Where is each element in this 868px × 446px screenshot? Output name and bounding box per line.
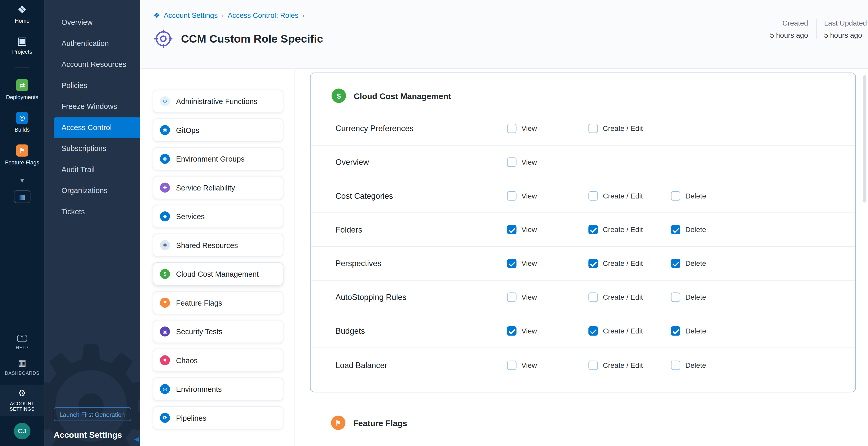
permission-folders-delete[interactable]: Delete	[671, 225, 706, 234]
sidebar-item-subscriptions[interactable]: Subscriptions	[44, 138, 140, 159]
sidebar-item-audit-trail[interactable]: Audit Trail	[44, 160, 140, 181]
checkbox-unchecked-icon[interactable]	[507, 191, 516, 200]
account-settings-gear-icon: ⚙	[18, 389, 26, 398]
shared-resources-icon: ✱	[160, 240, 170, 250]
permission-autostopping-rules-delete[interactable]: Delete	[671, 292, 706, 302]
permission-perspectives-create-edit[interactable]: Create / Edit	[588, 259, 643, 268]
permission-row-load-balancer: Load Balancer View Create / Edit Delete	[311, 348, 855, 382]
sidebar-item-organizations[interactable]: Organizations	[44, 181, 140, 201]
category-cloud-cost-management[interactable]: $ Cloud Cost Management	[153, 262, 283, 285]
checkbox-checked-icon[interactable]	[507, 225, 516, 234]
breadcrumb: ❖Account Settings›Access Control: Roles›	[153, 11, 305, 19]
module-picker-button[interactable]: ▦	[14, 190, 30, 203]
sidebar-item-freeze-windows[interactable]: Freeze Windows	[44, 96, 140, 117]
rail-item-dashboards[interactable]: ▦ DASHBOARDS	[0, 359, 44, 376]
scrollbar[interactable]	[863, 75, 866, 202]
permission-cost-categories-create-edit[interactable]: Create / Edit	[588, 191, 643, 200]
checkbox-checked-icon[interactable]	[507, 326, 516, 336]
sidebar-item-policies[interactable]: Policies	[44, 75, 140, 96]
checkbox-unchecked-icon[interactable]	[507, 157, 516, 167]
category-list: ⚙ Administrative Functions ◉ GitOps ⊚ En…	[153, 90, 294, 429]
category-gitops[interactable]: ◉ GitOps	[153, 119, 283, 142]
permission-currency-preferences-view[interactable]: View	[507, 124, 537, 133]
checkbox-unchecked-icon[interactable]	[588, 360, 598, 370]
rail-item-account-settings[interactable]: ⚙ ACCOUNT SETTINGS	[0, 384, 44, 416]
category-feature-flags[interactable]: ⚑ Feature Flags	[153, 291, 283, 314]
checkbox-checked-icon[interactable]	[671, 225, 680, 234]
admin-functions-icon: ⚙	[160, 96, 170, 106]
permission-budgets-create-edit[interactable]: Create / Edit	[588, 326, 643, 336]
permission-budgets-delete[interactable]: Delete	[671, 326, 706, 336]
launch-first-generation-button[interactable]: Launch First Generation	[54, 407, 131, 421]
permission-cost-categories-view[interactable]: View	[507, 191, 537, 200]
permission-load-balancer-create-edit[interactable]: Create / Edit	[588, 360, 643, 370]
rail-item-deployments[interactable]: ⇄ Deployments	[0, 79, 44, 101]
created-label: Created	[770, 19, 808, 27]
category-shared-resources[interactable]: ✱ Shared Resources	[153, 233, 283, 257]
checkbox-unchecked-icon[interactable]	[507, 360, 516, 370]
permission-folders-create-edit[interactable]: Create / Edit	[588, 225, 643, 234]
permission-overview-view[interactable]: View	[507, 157, 537, 167]
cloud-cost-management-section-icon: $	[332, 89, 346, 103]
permission-autostopping-rules-view[interactable]: View	[507, 292, 537, 302]
services-icon: ◆	[160, 212, 170, 221]
checkbox-unchecked-icon[interactable]	[671, 360, 680, 370]
checkbox-unchecked-icon[interactable]	[507, 292, 516, 302]
permission-load-balancer-delete[interactable]: Delete	[671, 360, 706, 370]
avatar[interactable]: CJ	[14, 423, 30, 439]
sidebar-item-access-control[interactable]: Access Control	[54, 118, 140, 138]
category-administrative-functions[interactable]: ⚙ Administrative Functions	[153, 90, 283, 113]
category-environment-groups[interactable]: ⊚ Environment Groups	[153, 147, 283, 170]
checkbox-checked-icon[interactable]	[588, 225, 598, 234]
gitops-icon: ◉	[160, 125, 170, 135]
permission-folders-view[interactable]: View	[507, 225, 537, 234]
permissions-area: $ Cloud Cost Management Currency Prefere…	[295, 69, 868, 446]
rail-item-projects[interactable]: ▣ Projects	[0, 35, 44, 55]
rail-item-home[interactable]: ❖ Home	[0, 4, 44, 24]
checkbox-unchecked-icon[interactable]	[671, 292, 680, 302]
checkbox-unchecked-icon[interactable]	[588, 191, 598, 200]
harness-logo-icon: ❖	[17, 4, 27, 15]
permission-row-autostopping-rules: AutoStopping Rules View Create / Edit De…	[311, 281, 855, 314]
harness-app: ❖ Home ▣ Projects ⇄ Deployments ◎ Builds…	[0, 0, 868, 446]
sidebar-item-account-resources[interactable]: Account Resources	[44, 54, 140, 75]
checkbox-checked-icon[interactable]	[588, 259, 598, 268]
permissions-card: $ Cloud Cost Management Currency Prefere…	[310, 72, 856, 392]
checkbox-unchecked-icon[interactable]	[588, 124, 598, 133]
category-services[interactable]: ◆ Services	[153, 205, 283, 228]
permission-budgets-view[interactable]: View	[507, 326, 537, 336]
collapse-sidebar-icon[interactable]: ◀	[134, 436, 139, 443]
breadcrumb-link-access-control-roles[interactable]: Access Control: Roles	[228, 11, 299, 19]
permissions-section-title: Cloud Cost Management	[354, 91, 451, 100]
permission-load-balancer-view[interactable]: View	[507, 360, 537, 370]
rail-item-builds[interactable]: ◎ Builds	[0, 112, 44, 133]
category-chaos[interactable]: ✖ Chaos	[153, 349, 283, 372]
chevron-down-icon[interactable]: ▾	[21, 177, 24, 184]
permission-cost-categories-delete[interactable]: Delete	[671, 191, 706, 200]
checkbox-checked-icon[interactable]	[507, 259, 516, 268]
category-service-reliability[interactable]: ✚ Service Reliability	[153, 176, 283, 199]
rail-item-feature-flags[interactable]: ⚑ Feature Flags	[0, 145, 44, 166]
sidebar-item-overview[interactable]: Overview	[44, 12, 140, 33]
permission-autostopping-rules-create-edit[interactable]: Create / Edit	[588, 292, 643, 302]
sidebar-item-authentication[interactable]: Authentication	[44, 33, 140, 54]
checkbox-unchecked-icon[interactable]	[507, 124, 516, 133]
feature-flags-section-title: Feature Flags	[353, 418, 407, 427]
checkbox-checked-icon[interactable]	[671, 326, 680, 336]
sidebar-item-tickets[interactable]: Tickets	[44, 201, 140, 222]
checkbox-checked-icon[interactable]	[671, 259, 680, 268]
breadcrumb-link-account-settings[interactable]: Account Settings	[164, 11, 218, 19]
permission-currency-preferences-create-edit[interactable]: Create / Edit	[588, 124, 643, 133]
page-header: ❖Account Settings›Access Control: Roles›…	[140, 0, 868, 69]
account-settings-resource-icon: ❖	[153, 11, 160, 19]
category-environments[interactable]: ◎ Environments	[153, 377, 283, 401]
permission-row-cost-categories: Cost Categories View Create / Edit Delet…	[311, 180, 855, 213]
category-security-tests[interactable]: ▣ Security Tests	[153, 320, 283, 343]
permission-perspectives-delete[interactable]: Delete	[671, 259, 706, 268]
permission-perspectives-view[interactable]: View	[507, 259, 537, 268]
category-pipelines[interactable]: ⟳ Pipelines	[153, 406, 283, 429]
checkbox-unchecked-icon[interactable]	[671, 191, 680, 200]
checkbox-unchecked-icon[interactable]	[588, 292, 598, 302]
checkbox-checked-icon[interactable]	[588, 326, 598, 336]
rail-item-help[interactable]: ? HELP	[0, 335, 44, 351]
